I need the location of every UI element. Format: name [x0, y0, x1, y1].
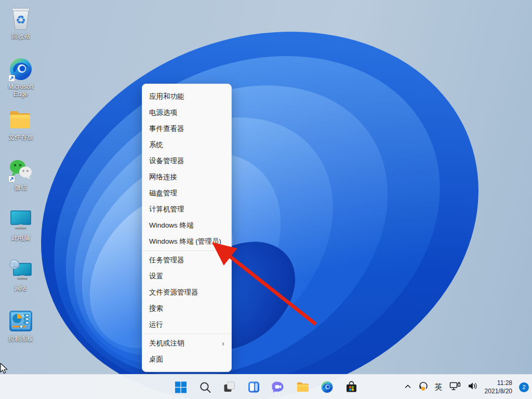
menu-item-task-manager[interactable]: 任务管理器 [142, 252, 231, 268]
ime-language-indicator[interactable]: 英 [435, 382, 443, 392]
edge-icon [8, 56, 34, 82]
desktop-wallpaper [0, 0, 532, 399]
edge-icon [321, 381, 334, 393]
folder-icon [8, 107, 34, 132]
desktop-icon-network[interactable]: 网络 [1, 255, 41, 305]
desktop-icon-control-panel[interactable]: 控制面板 [1, 305, 41, 356]
menu-item-event-viewer[interactable]: 事件查看器 [142, 121, 231, 137]
menu-separator [143, 334, 231, 334]
microsoft-store-icon [345, 381, 358, 393]
svg-text:♻: ♻ [16, 14, 26, 26]
menu-item-settings[interactable]: 设置 [142, 268, 231, 284]
clock-time: 11:28 [485, 379, 512, 387]
sync-update-tray-icon[interactable] [418, 381, 428, 393]
system-tray: 英 11:28 2021/8/20 2 [404, 375, 529, 399]
file-explorer-icon [296, 381, 309, 393]
desktop-icon-recycle-bin[interactable]: ♻ 回收站 [1, 3, 41, 54]
task-view-button[interactable] [223, 380, 236, 394]
menu-item-desktop[interactable]: 桌面 [142, 351, 231, 367]
desktop-icon-label: 文件存放 [8, 134, 33, 141]
menu-item-system[interactable]: 系统 [142, 137, 231, 153]
monitor-icon [8, 207, 34, 233]
desktop-icon-file-storage[interactable]: 文件存放 [1, 104, 41, 154]
menu-item-apps-features[interactable]: 应用和功能 [142, 88, 231, 104]
chat-icon [272, 381, 285, 393]
widgets-icon [248, 381, 260, 393]
desktop-icon-label: 控制面板 [8, 336, 33, 343]
menu-item-device-manager[interactable]: 设备管理器 [142, 153, 231, 169]
menu-item-network-connections[interactable]: 网络连接 [142, 169, 231, 185]
taskbar-clock[interactable]: 11:28 2021/8/20 [485, 379, 512, 395]
desktop-icon-label: 此电脑 [11, 235, 30, 242]
desktop-icon-label: 微信 [15, 184, 27, 192]
shortcut-arrow-icon [8, 75, 15, 82]
menu-item-power-options[interactable]: 电源选项 [142, 104, 231, 121]
start-button[interactable] [174, 380, 188, 394]
task-view-icon [223, 381, 236, 393]
search-button[interactable] [198, 380, 212, 394]
wechat-icon [8, 157, 34, 183]
menu-separator [143, 250, 231, 251]
shortcut-arrow-icon [8, 176, 15, 182]
notification-badge[interactable]: 2 [519, 382, 529, 392]
network-tray-icon[interactable] [449, 381, 461, 393]
control-panel-icon [8, 308, 34, 334]
edge-button[interactable] [321, 380, 334, 394]
desktop-icon-microsoft-edge[interactable]: Microsoft Edge [1, 54, 41, 104]
menu-item-windows-terminal[interactable]: Windows 终端 [142, 217, 231, 233]
menu-item-shutdown-signout[interactable]: 关机或注销 › [142, 335, 231, 351]
menu-item-computer-management[interactable]: 计算机管理 [142, 201, 231, 217]
taskbar-center-buttons [174, 375, 358, 399]
hidden-icons-chevron[interactable] [404, 382, 411, 392]
desktop-icon-column: ♻ 回收站 Micro [1, 3, 41, 356]
clock-date: 2021/8/20 [485, 387, 512, 395]
search-icon [199, 381, 211, 393]
menu-item-disk-management[interactable]: 磁盘管理 [142, 185, 231, 201]
desktop-icon-this-pc[interactable]: 此电脑 [1, 205, 41, 255]
winx-context-menu: 应用和功能 电源选项 事件查看器 系统 设备管理器 网络连接 磁盘管理 计算机管… [142, 84, 232, 372]
desktop-icon-label: 网络 [15, 285, 27, 292]
desktop-icon-label: 回收站 [11, 33, 30, 41]
submenu-chevron-icon: › [222, 339, 224, 347]
menu-item-windows-terminal-admin[interactable]: Windows 终端 (管理员) [142, 233, 231, 249]
recycle-bin-icon: ♻ [8, 6, 34, 32]
desktop-icon-label: Microsoft Edge [1, 84, 41, 98]
store-button[interactable] [345, 380, 358, 394]
volume-tray-icon[interactable] [468, 381, 478, 393]
taskbar: 英 11:28 2021/8/20 2 [0, 374, 532, 399]
network-icon [8, 258, 34, 284]
menu-item-file-explorer[interactable]: 文件资源管理器 [142, 284, 231, 300]
chat-button[interactable] [272, 380, 285, 394]
widgets-button[interactable] [247, 380, 261, 394]
menu-item-search[interactable]: 搜索 [142, 300, 231, 316]
menu-item-run[interactable]: 运行 [142, 316, 231, 332]
file-explorer-button[interactable] [296, 380, 310, 394]
desktop-icon-wechat[interactable]: 微信 [1, 154, 41, 205]
windows-logo-icon [175, 381, 187, 393]
chevron-up-icon [404, 383, 411, 390]
